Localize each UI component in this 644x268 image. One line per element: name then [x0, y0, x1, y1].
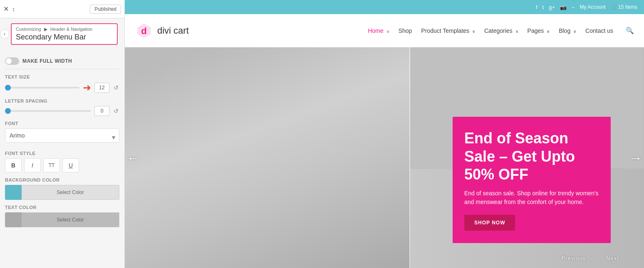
section-title: Secondary Menu Bar [16, 33, 113, 42]
font-italic-button[interactable]: I [24, 158, 41, 172]
font-underline-button[interactable]: U [62, 158, 79, 172]
text-color-swatch[interactable] [5, 212, 22, 227]
letter-spacing-row: ↺ [5, 106, 119, 116]
make-full-width-toggle[interactable] [5, 57, 19, 65]
breadcrumb-separator: ▶ [44, 27, 49, 32]
nav-link-pages[interactable]: Pages ∨ [528, 27, 550, 34]
rss-icon[interactable]: ~ [572, 4, 575, 10]
letter-spacing-reset[interactable]: ↺ [113, 108, 119, 114]
text-color-button[interactable]: Select Color [22, 212, 119, 227]
twitter-icon[interactable]: t [542, 4, 544, 10]
back-arrow-button[interactable]: ‹ [0, 30, 9, 39]
my-account-link[interactable]: My Account [580, 4, 606, 10]
main-nav: d divi cart Home ∨ Shop Product Template… [125, 14, 644, 47]
background-color-swatch[interactable] [5, 185, 22, 200]
breadcrumb-customizing: Customizing [16, 27, 41, 32]
background-color-label: BACKGROUND COLOR [5, 177, 119, 182]
font-select-wrapper: Arimo Arial Georgia Helvetica Verdana [5, 128, 119, 146]
nav-link-blog[interactable]: Blog ∨ [559, 27, 576, 34]
panel-content: MAKE FULL WIDTH TEXT SIZE ➜ ↺ LETTER SPA… [0, 49, 124, 268]
svg-text:d: d [141, 26, 146, 36]
sort-button[interactable]: ↕ [12, 6, 15, 12]
top-bar: ✕ ↕ Published [0, 0, 124, 18]
red-arrow-indicator: ➜ [83, 82, 91, 93]
customizer-panel: ✕ ↕ Published ‹ Customizing ▶ Header & N… [0, 0, 125, 268]
background-color-row: Select Color [5, 185, 119, 200]
model-area [125, 47, 410, 268]
instagram-icon[interactable]: 📷 [560, 4, 567, 10]
text-color-row: Select Color [5, 212, 119, 227]
shop-now-button[interactable]: SHOP NOW [464, 215, 515, 231]
text-size-label: TEXT SIZE [5, 74, 119, 79]
text-size-slider[interactable] [5, 87, 79, 89]
logo-text: divi cart [157, 25, 189, 36]
text-color-label: TEXT COLOR [5, 205, 119, 210]
facebook-icon[interactable]: f [536, 4, 537, 10]
nav-link-home[interactable]: Home ∨ [368, 27, 389, 34]
prev-label[interactable]: Previous [561, 255, 586, 261]
googleplus-icon[interactable]: g+ [549, 4, 555, 10]
hero-section: End of Season Sale – Get Upto 50% OFF En… [125, 47, 644, 268]
make-full-width-label: MAKE FULL WIDTH [22, 58, 72, 64]
breadcrumb: Customizing ▶ Header & Navigation [16, 27, 113, 32]
hero-card: End of Season Sale – Get Upto 50% OFF En… [453, 117, 611, 243]
nav-links: Home ∨ Shop Product Templates ∨ Categori… [368, 27, 634, 34]
breadcrumb-section: Header & Navigation [50, 27, 93, 32]
letter-spacing-input[interactable] [94, 106, 109, 116]
nav-link-categories[interactable]: Categories ∨ [484, 27, 518, 34]
logo-icon: d [135, 22, 153, 40]
breadcrumb-section: Customizing ▶ Header & Navigation Second… [11, 23, 118, 45]
hero-next-button[interactable]: → [629, 150, 642, 165]
hero-subtitle: End of season sale. Shop online for tren… [464, 189, 599, 207]
hero-prev-button[interactable]: ← [126, 150, 140, 165]
nav-link-shop[interactable]: Shop [399, 27, 412, 34]
letter-spacing-slider[interactable] [5, 110, 91, 112]
font-tt-button[interactable]: TT [43, 158, 60, 172]
nav-link-contact[interactable]: Contact us [585, 27, 613, 34]
hero-title: End of Season Sale – Get Upto 50% OFF [464, 129, 599, 183]
font-style-row: B I TT U [5, 158, 119, 172]
font-label: FONT [5, 121, 119, 126]
next-label[interactable]: Next [606, 255, 619, 261]
preview-area: f t g+ 📷 ~ My Account 🛒 15 Items d divi … [125, 0, 644, 268]
text-size-input[interactable] [94, 83, 109, 93]
logo-area[interactable]: d divi cart [135, 22, 189, 40]
text-size-row: ➜ ↺ [5, 82, 119, 93]
letter-spacing-label: LETTER SPACING [5, 98, 119, 103]
search-icon[interactable]: 🔍 [626, 27, 634, 34]
make-full-width-row: MAKE FULL WIDTH [5, 53, 119, 69]
nav-link-product-templates[interactable]: Product Templates ∨ [421, 27, 475, 34]
background-color-button[interactable]: Select Color [22, 185, 119, 200]
cart-link[interactable]: 🛒 15 Items [611, 4, 637, 10]
close-button[interactable]: ✕ [3, 5, 9, 13]
published-badge[interactable]: Published [90, 5, 121, 14]
font-bold-button[interactable]: B [5, 158, 22, 172]
font-style-label: FONT STYLE [5, 151, 119, 156]
font-select[interactable]: Arimo Arial Georgia Helvetica Verdana [5, 128, 119, 143]
text-size-reset[interactable]: ↺ [113, 84, 119, 91]
social-bar: f t g+ 📷 ~ My Account 🛒 15 Items [125, 0, 644, 14]
